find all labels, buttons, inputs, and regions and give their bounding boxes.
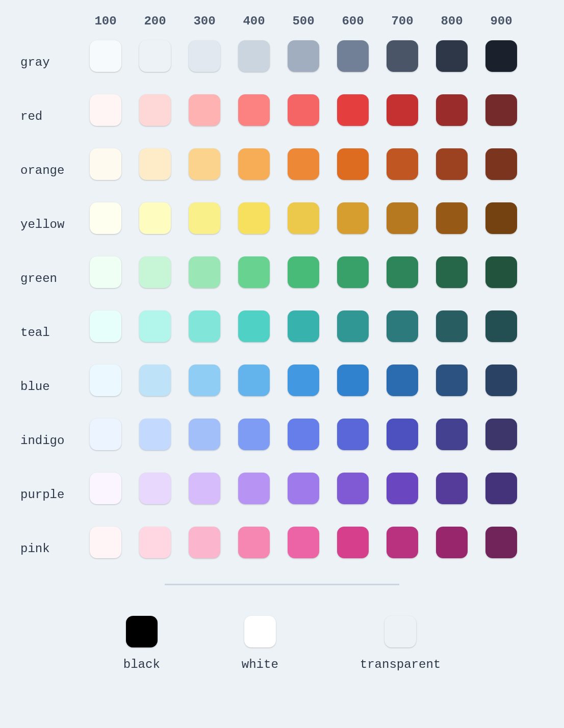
swatch-yellow-900[interactable]: [485, 202, 517, 234]
swatch-orange-500[interactable]: [288, 148, 319, 180]
swatch-purple-300[interactable]: [189, 473, 220, 504]
swatch-purple-400[interactable]: [238, 473, 270, 504]
swatch-indigo-900[interactable]: [485, 419, 517, 450]
swatch-green-600[interactable]: [337, 256, 369, 288]
swatch-gray-100[interactable]: [90, 40, 121, 72]
swatch-indigo-600[interactable]: [337, 419, 369, 450]
swatch-blue-700[interactable]: [387, 365, 418, 396]
swatch-blue-500[interactable]: [288, 365, 319, 396]
swatch-green-800[interactable]: [436, 256, 468, 288]
swatch-gray-800[interactable]: [436, 40, 468, 72]
swatch-teal-600[interactable]: [337, 310, 369, 342]
swatch-pink-200[interactable]: [139, 527, 171, 558]
swatch-blue-600[interactable]: [337, 365, 369, 396]
swatch-teal-500[interactable]: [288, 310, 319, 342]
swatch-yellow-300[interactable]: [189, 202, 220, 234]
swatch-teal-900[interactable]: [485, 310, 517, 342]
swatch-green-500[interactable]: [288, 256, 319, 288]
row-label-red: red: [17, 110, 42, 126]
swatch-green-300[interactable]: [189, 256, 220, 288]
swatch-pink-900[interactable]: [485, 527, 517, 558]
shade-header-200: 200: [144, 14, 166, 33]
swatch-orange-300[interactable]: [189, 148, 220, 180]
swatch-yellow-400[interactable]: [238, 202, 270, 234]
swatch-teal-400[interactable]: [238, 310, 270, 342]
swatch-teal-700[interactable]: [387, 310, 418, 342]
swatch-teal-200[interactable]: [139, 310, 171, 342]
swatch-orange-600[interactable]: [337, 148, 369, 180]
swatch-pink-300[interactable]: [189, 527, 220, 558]
swatch-transparent[interactable]: [384, 616, 416, 647]
swatch-blue-100[interactable]: [90, 365, 121, 396]
swatch-green-900[interactable]: [485, 256, 517, 288]
swatch-gray-200[interactable]: [139, 40, 171, 72]
swatch-purple-700[interactable]: [387, 473, 418, 504]
swatch-purple-900[interactable]: [485, 473, 517, 504]
swatch-indigo-300[interactable]: [189, 419, 220, 450]
swatch-gray-500[interactable]: [288, 40, 319, 72]
swatch-pink-400[interactable]: [238, 527, 270, 558]
swatch-black[interactable]: [126, 616, 158, 647]
swatch-gray-300[interactable]: [189, 40, 220, 72]
swatch-gray-700[interactable]: [387, 40, 418, 72]
swatch-purple-500[interactable]: [288, 473, 319, 504]
shade-header-100: 100: [94, 14, 116, 33]
swatch-purple-200[interactable]: [139, 473, 171, 504]
swatch-red-100[interactable]: [90, 94, 121, 126]
swatch-indigo-700[interactable]: [387, 419, 418, 450]
swatch-teal-100[interactable]: [90, 310, 121, 342]
swatch-yellow-800[interactable]: [436, 202, 468, 234]
swatch-indigo-100[interactable]: [90, 419, 121, 450]
swatch-indigo-800[interactable]: [436, 419, 468, 450]
swatch-pink-800[interactable]: [436, 527, 468, 558]
swatch-green-700[interactable]: [387, 256, 418, 288]
swatch-indigo-200[interactable]: [139, 419, 171, 450]
swatch-orange-200[interactable]: [139, 148, 171, 180]
swatch-green-200[interactable]: [139, 256, 171, 288]
swatch-indigo-500[interactable]: [288, 419, 319, 450]
swatch-blue-900[interactable]: [485, 365, 517, 396]
swatch-green-100[interactable]: [90, 256, 121, 288]
swatch-red-400[interactable]: [238, 94, 270, 126]
extra-label-black: black: [123, 658, 160, 671]
swatch-blue-200[interactable]: [139, 365, 171, 396]
swatch-yellow-200[interactable]: [139, 202, 171, 234]
swatch-purple-600[interactable]: [337, 473, 369, 504]
swatch-white[interactable]: [244, 616, 276, 647]
swatch-red-800[interactable]: [436, 94, 468, 126]
swatch-orange-900[interactable]: [485, 148, 517, 180]
swatch-pink-600[interactable]: [337, 527, 369, 558]
extra-item-black: black: [123, 616, 160, 671]
swatch-red-200[interactable]: [139, 94, 171, 126]
swatch-gray-900[interactable]: [485, 40, 517, 72]
swatch-blue-300[interactable]: [189, 365, 220, 396]
swatch-red-900[interactable]: [485, 94, 517, 126]
swatch-pink-100[interactable]: [90, 527, 121, 558]
swatch-indigo-400[interactable]: [238, 419, 270, 450]
swatch-red-700[interactable]: [387, 94, 418, 126]
swatch-gray-400[interactable]: [238, 40, 270, 72]
shade-header-600: 600: [342, 14, 364, 33]
swatch-orange-700[interactable]: [387, 148, 418, 180]
swatch-yellow-100[interactable]: [90, 202, 121, 234]
swatch-teal-800[interactable]: [436, 310, 468, 342]
swatch-red-500[interactable]: [288, 94, 319, 126]
swatch-pink-700[interactable]: [387, 527, 418, 558]
swatch-teal-300[interactable]: [189, 310, 220, 342]
swatch-blue-800[interactable]: [436, 365, 468, 396]
swatch-orange-400[interactable]: [238, 148, 270, 180]
swatch-purple-800[interactable]: [436, 473, 468, 504]
swatch-purple-100[interactable]: [90, 473, 121, 504]
swatch-blue-400[interactable]: [238, 365, 270, 396]
swatch-pink-500[interactable]: [288, 527, 319, 558]
row-label-orange: orange: [17, 164, 64, 180]
swatch-orange-100[interactable]: [90, 148, 121, 180]
swatch-gray-600[interactable]: [337, 40, 369, 72]
swatch-red-300[interactable]: [189, 94, 220, 126]
swatch-red-600[interactable]: [337, 94, 369, 126]
swatch-yellow-600[interactable]: [337, 202, 369, 234]
swatch-orange-800[interactable]: [436, 148, 468, 180]
swatch-green-400[interactable]: [238, 256, 270, 288]
swatch-yellow-500[interactable]: [288, 202, 319, 234]
swatch-yellow-700[interactable]: [387, 202, 418, 234]
